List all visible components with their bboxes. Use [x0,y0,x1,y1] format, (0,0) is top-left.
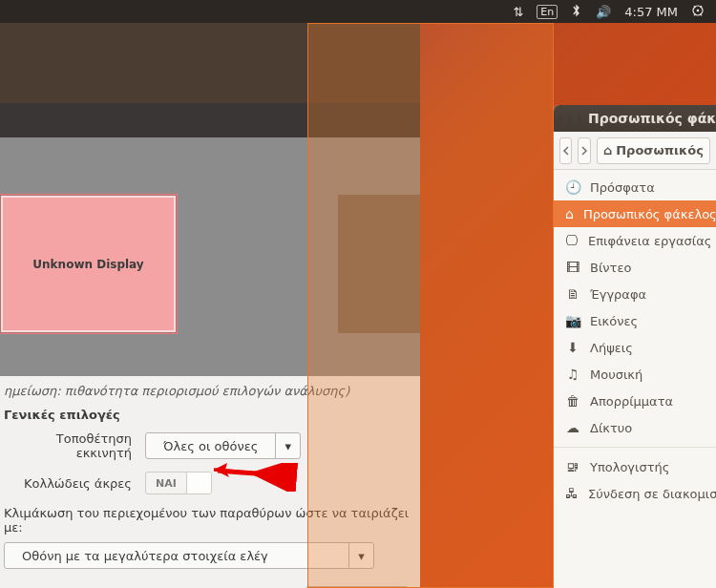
pictures-icon: 📷 [565,313,580,328]
sticky-edges-toggle[interactable]: ΝΑΙ [145,472,212,494]
keyboard-indicator[interactable]: En [537,5,558,19]
sidebar-item-label: Έγγραφα [590,287,646,302]
display-tile-label: Unknown Display [32,258,143,271]
resolution-note: ημείωση: πιθανότητα περιορισμού επιλογών… [4,384,416,398]
files-window: Προσωπικός φάκ ⌂ Προσωπικός 🕘Πρόσφατα⌂Πρ… [554,105,716,588]
documents-icon: 🗎 [565,286,580,302]
files-window-title: Προσωπικός φάκ [588,111,716,126]
sidebar-item-label: Δίκτυο [590,421,632,435]
sidebar-item-label: Εικόνες [590,314,638,328]
sidebar-item-connect-server[interactable]: 🖧Σύνδεση σε διακομιστ [554,480,716,507]
sidebar-item-label: Λήψεις [590,341,633,355]
desktop-icon: 🖵 [565,233,579,248]
downloads-icon: ⬇ [565,340,580,355]
maximize-icon[interactable] [579,113,580,124]
displays-settings-window: Unknown Display ημείωση: πιθανότητα περι… [0,23,420,588]
sidebar-item-label: Πρόσφατα [590,180,655,195]
sidebar-item-music[interactable]: ♫Μουσική [554,361,716,388]
sidebar-item-documents[interactable]: 🗎Έγγραφα [554,281,716,307]
clock[interactable]: 4:57 ΜΜ [624,5,678,19]
breadcrumb[interactable]: ⌂ Προσωπικός [597,137,710,164]
chevron-down-icon: ▾ [275,433,300,458]
sidebar-item-label: Βίντεο [590,261,631,275]
scaling-value: Οθόνη με τα μεγαλύτερα στοιχεία ελέγ [5,543,348,568]
display-arrangement-area[interactable]: Unknown Display [0,137,420,376]
back-button[interactable] [559,137,572,164]
sidebar-item-videos[interactable]: 🎞Βίντεο [554,254,716,281]
toggle-knob [186,472,211,494]
settings-header [0,23,420,103]
sticky-edges-value: ΝΑΙ [146,477,186,490]
launcher-placement-label: Τοποθέτηση εκκινητή [4,431,136,460]
sidebar-item-label: Μουσική [590,368,642,382]
forward-button[interactable] [578,137,590,164]
display-tile-unknown[interactable]: Unknown Display [0,195,177,333]
scaling-combo[interactable]: Οθόνη με τα μεγαλύτερα στοιχεία ελέγ ▾ [4,542,374,569]
general-options-heading: Γενικές επιλογές [4,408,416,422]
updown-icon[interactable]: ⇅ [513,5,523,19]
sidebar-item-downloads[interactable]: ⬇Λήψεις [554,334,716,361]
launcher-placement-combo[interactable]: Όλες οι οθόνες ▾ [145,432,301,459]
sticky-edges-label: Κολλώδεις άκρες [4,476,136,491]
bluetooth-icon[interactable] [571,4,582,20]
music-icon: ♫ [565,367,580,382]
sidebar-item-pictures[interactable]: 📷Εικόνες [554,307,716,334]
home-icon: ⌂ [565,206,574,221]
sidebar-item-desktop[interactable]: 🖵Επιφάνεια εργασίας [554,227,716,254]
sidebar-item-computer[interactable]: 🖳Υπολογιστής [554,453,716,480]
videos-icon: 🎞 [565,260,580,275]
breadcrumb-label: Προσωπικός [616,143,704,158]
network-icon: ☁ [565,420,580,435]
sidebar-item-label: Σύνδεση σε διακομιστ [588,487,716,501]
connect-server-icon: 🖧 [565,486,579,501]
scaling-label: Κλιμάκωση του περιεχομένου των παραθύρων… [4,506,416,535]
trash-icon: 🗑 [565,393,580,409]
top-menubar: ⇅ En 🔊 4:57 ΜΜ [0,0,716,23]
sidebar-item-home[interactable]: ⌂Προσωπικός φάκελος [554,200,716,227]
computer-icon: 🖳 [565,459,580,474]
sidebar-item-label: Επιφάνεια εργασίας [588,234,711,248]
minimize-icon[interactable] [569,113,571,124]
launcher-placement-value: Όλες οι οθόνες [146,433,275,458]
volume-icon[interactable]: 🔊 [596,5,611,19]
home-icon: ⌂ [603,143,612,158]
files-toolbar: ⌂ Προσωπικός [554,132,716,170]
display-tile-secondary[interactable] [338,195,420,333]
sidebar-item-recent[interactable]: 🕘Πρόσφατα [554,174,716,200]
svg-point-1 [697,9,700,11]
settings-toolbar-strip [0,103,420,137]
sidebar-item-label: Απορρίμματα [590,394,673,409]
recent-icon: 🕘 [565,179,580,195]
sidebar-divider [554,447,716,448]
sidebar-item-label: Προσωπικός φάκελος [583,207,716,221]
sidebar-item-label: Υπολογιστής [590,460,669,474]
files-sidebar: 🕘Πρόσφατα⌂Προσωπικός φάκελος🖵Επιφάνεια ε… [554,170,716,511]
chevron-down-icon: ▾ [348,543,373,568]
close-icon[interactable] [559,113,561,124]
sidebar-item-trash[interactable]: 🗑Απορρίμματα [554,388,716,414]
files-titlebar[interactable]: Προσωπικός φάκ [554,105,716,132]
sidebar-item-network[interactable]: ☁Δίκτυο [554,414,716,441]
power-icon[interactable] [691,4,705,20]
